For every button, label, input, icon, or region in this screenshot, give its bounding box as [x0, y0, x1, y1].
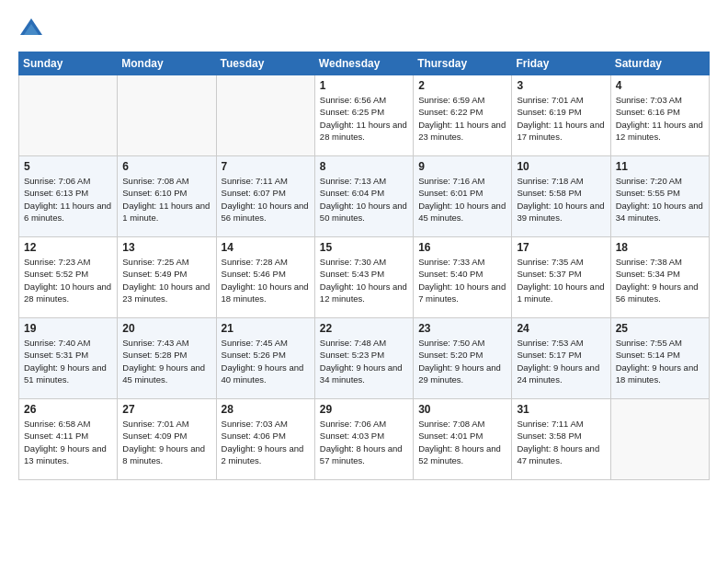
weekday-header-wednesday: Wednesday [314, 52, 413, 75]
daylight-text: Daylight: 9 hours and 56 minutes. [616, 281, 704, 305]
calendar-cell [118, 75, 216, 156]
daylight-text: Daylight: 9 hours and 13 minutes. [24, 442, 112, 467]
sunset-text: Sunset: 5:43 PM [320, 268, 408, 280]
weekday-header-friday: Friday [512, 52, 610, 75]
week-row-4: 19Sunrise: 7:40 AMSunset: 5:31 PMDayligh… [19, 318, 710, 399]
calendar-cell: 22Sunrise: 7:48 AMSunset: 5:23 PMDayligh… [314, 318, 413, 399]
logo [18, 17, 48, 42]
day-number: 19 [24, 322, 112, 335]
calendar-cell: 9Sunrise: 7:16 AMSunset: 6:01 PMDaylight… [414, 156, 512, 237]
sunset-text: Sunset: 5:17 PM [517, 349, 605, 361]
day-number: 16 [418, 241, 506, 254]
sunrise-text: Sunrise: 6:56 AM [320, 94, 408, 106]
weekday-header-tuesday: Tuesday [216, 52, 314, 75]
calendar-cell: 6Sunrise: 7:08 AMSunset: 6:10 PMDaylight… [118, 156, 216, 237]
sunrise-text: Sunrise: 6:58 AM [24, 418, 112, 430]
daylight-text: Daylight: 10 hours and 39 minutes. [517, 200, 605, 224]
sunrise-text: Sunrise: 7:18 AM [517, 175, 605, 187]
daylight-text: Daylight: 9 hours and 29 minutes. [418, 362, 506, 386]
sunrise-text: Sunrise: 7:08 AM [418, 418, 506, 430]
day-number: 24 [517, 322, 605, 335]
sunrise-text: Sunrise: 7:23 AM [24, 256, 112, 268]
day-number: 7 [222, 160, 310, 173]
sunset-text: Sunset: 5:52 PM [24, 268, 112, 280]
day-number: 21 [222, 322, 310, 335]
weekday-header-thursday: Thursday [414, 52, 512, 75]
week-row-2: 5Sunrise: 7:06 AMSunset: 6:13 PMDaylight… [19, 156, 710, 237]
calendar-cell: 14Sunrise: 7:28 AMSunset: 5:46 PMDayligh… [216, 237, 314, 318]
day-number: 15 [320, 241, 408, 254]
day-number: 8 [320, 160, 408, 173]
daylight-text: Daylight: 9 hours and 18 minutes. [616, 362, 704, 386]
sunset-text: Sunset: 6:10 PM [122, 187, 210, 199]
calendar-cell: 20Sunrise: 7:43 AMSunset: 5:28 PMDayligh… [118, 318, 216, 399]
day-number: 6 [122, 160, 210, 173]
calendar-cell: 15Sunrise: 7:30 AMSunset: 5:43 PMDayligh… [314, 237, 413, 318]
daylight-text: Daylight: 10 hours and 28 minutes. [24, 281, 112, 305]
daylight-text: Daylight: 9 hours and 2 minutes. [222, 442, 310, 467]
daylight-text: Daylight: 10 hours and 45 minutes. [418, 200, 506, 224]
sunrise-text: Sunrise: 7:13 AM [320, 175, 408, 187]
daylight-text: Daylight: 11 hours and 1 minute. [122, 200, 210, 224]
calendar-table: SundayMondayTuesdayWednesdayThursdayFrid… [18, 52, 710, 480]
daylight-text: Daylight: 10 hours and 50 minutes. [320, 200, 408, 224]
sunrise-text: Sunrise: 7:48 AM [320, 337, 408, 349]
sunrise-text: Sunrise: 7:08 AM [122, 175, 210, 187]
sunset-text: Sunset: 6:22 PM [418, 106, 506, 118]
sunrise-text: Sunrise: 7:06 AM [320, 418, 408, 430]
sunset-text: Sunset: 4:03 PM [320, 430, 408, 442]
sunrise-text: Sunrise: 7:03 AM [222, 418, 310, 430]
day-number: 31 [517, 403, 605, 416]
calendar-cell: 12Sunrise: 7:23 AMSunset: 5:52 PMDayligh… [19, 237, 118, 318]
sunset-text: Sunset: 6:16 PM [616, 106, 704, 118]
calendar-cell: 8Sunrise: 7:13 AMSunset: 6:04 PMDaylight… [314, 156, 413, 237]
daylight-text: Daylight: 10 hours and 1 minute. [517, 281, 605, 305]
day-number: 27 [122, 403, 210, 416]
daylight-text: Daylight: 10 hours and 7 minutes. [418, 281, 506, 305]
sunset-text: Sunset: 4:01 PM [418, 430, 506, 442]
calendar-cell: 2Sunrise: 6:59 AMSunset: 6:22 PMDaylight… [414, 75, 512, 156]
calendar-cell: 1Sunrise: 6:56 AMSunset: 6:25 PMDaylight… [314, 75, 413, 156]
sunrise-text: Sunrise: 6:59 AM [418, 94, 506, 106]
daylight-text: Daylight: 11 hours and 17 minutes. [517, 119, 605, 144]
sunrise-text: Sunrise: 7:01 AM [517, 94, 605, 106]
day-number: 13 [122, 241, 210, 254]
logo-icon [18, 17, 44, 42]
calendar-cell: 16Sunrise: 7:33 AMSunset: 5:40 PMDayligh… [414, 237, 512, 318]
day-number: 10 [517, 160, 605, 173]
day-number: 20 [122, 322, 210, 335]
sunset-text: Sunset: 5:49 PM [122, 268, 210, 280]
sunset-text: Sunset: 6:07 PM [222, 187, 310, 199]
calendar-cell [610, 399, 709, 480]
calendar-cell: 21Sunrise: 7:45 AMSunset: 5:26 PMDayligh… [216, 318, 314, 399]
calendar-cell [19, 75, 118, 156]
daylight-text: Daylight: 9 hours and 51 minutes. [24, 362, 112, 386]
calendar-cell: 5Sunrise: 7:06 AMSunset: 6:13 PMDaylight… [19, 156, 118, 237]
sunrise-text: Sunrise: 7:43 AM [122, 337, 210, 349]
sunrise-text: Sunrise: 7:03 AM [616, 94, 704, 106]
day-number: 9 [418, 160, 506, 173]
week-row-1: 1Sunrise: 6:56 AMSunset: 6:25 PMDaylight… [19, 75, 710, 156]
calendar-cell: 28Sunrise: 7:03 AMSunset: 4:06 PMDayligh… [216, 399, 314, 480]
calendar-cell: 18Sunrise: 7:38 AMSunset: 5:34 PMDayligh… [610, 237, 709, 318]
daylight-text: Daylight: 11 hours and 28 minutes. [320, 119, 408, 144]
calendar-cell: 7Sunrise: 7:11 AMSunset: 6:07 PMDaylight… [216, 156, 314, 237]
sunset-text: Sunset: 5:26 PM [222, 349, 310, 361]
day-number: 30 [418, 403, 506, 416]
sunrise-text: Sunrise: 7:30 AM [320, 256, 408, 268]
calendar-cell: 3Sunrise: 7:01 AMSunset: 6:19 PMDaylight… [512, 75, 610, 156]
daylight-text: Daylight: 11 hours and 12 minutes. [616, 119, 704, 144]
sunset-text: Sunset: 4:09 PM [122, 430, 210, 442]
calendar-cell: 27Sunrise: 7:01 AMSunset: 4:09 PMDayligh… [118, 399, 216, 480]
day-number: 2 [418, 79, 506, 92]
calendar-cell: 30Sunrise: 7:08 AMSunset: 4:01 PMDayligh… [414, 399, 512, 480]
sunrise-text: Sunrise: 7:28 AM [222, 256, 310, 268]
day-number: 4 [616, 79, 704, 92]
sunrise-text: Sunrise: 7:25 AM [122, 256, 210, 268]
daylight-text: Daylight: 10 hours and 23 minutes. [122, 281, 210, 305]
sunrise-text: Sunrise: 7:16 AM [418, 175, 506, 187]
daylight-text: Daylight: 11 hours and 6 minutes. [24, 200, 112, 224]
sunset-text: Sunset: 4:06 PM [222, 430, 310, 442]
day-number: 17 [517, 241, 605, 254]
sunrise-text: Sunrise: 7:11 AM [517, 418, 605, 430]
